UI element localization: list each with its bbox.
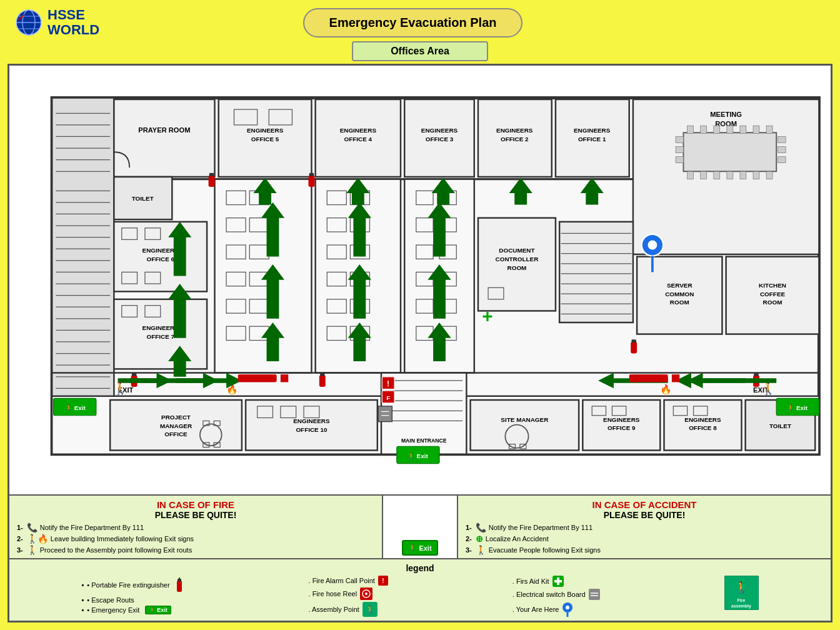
- svg-rect-258: [177, 581, 182, 592]
- svg-text:COFFEE: COFFEE: [760, 291, 786, 298]
- svg-rect-94: [215, 179, 312, 373]
- accident-step-2: 2- ⊕ Localize An Accident: [466, 534, 823, 544]
- svg-rect-270: [554, 580, 562, 582]
- svg-text:SITE MANAGER: SITE MANAGER: [501, 416, 548, 423]
- legend-you-are-here: . Your Are Here: [512, 602, 600, 617]
- svg-text:ENGINEERS: ENGINEERS: [574, 128, 611, 134]
- svg-rect-256: [629, 374, 668, 382]
- legend-escape: • • Escape Routs: [81, 596, 184, 604]
- exit-sign-legend: 🚶 Exit: [145, 606, 171, 614]
- page-container: HSSE WORLD Emergency Evacuation Plan Off…: [0, 0, 840, 630]
- svg-text:MAIN ENTRANCE: MAIN ENTRANCE: [401, 438, 447, 444]
- svg-text:ENGINEERS: ENGINEERS: [684, 416, 721, 423]
- fire-step-3: 3- 🚶 Proceed to the Assembly point follo…: [17, 545, 374, 555]
- svg-rect-169: [246, 400, 378, 451]
- svg-rect-72: [740, 126, 746, 134]
- svg-rect-234: [754, 373, 758, 376]
- fire-alarm-icon: !: [378, 576, 388, 586]
- legend-assembly: . Assembly Point 🚶: [309, 602, 388, 617]
- svg-text:🚶 Exit: 🚶 Exit: [787, 404, 808, 412]
- svg-rect-225: [308, 176, 314, 188]
- svg-text:OFFICE: OFFICE: [164, 431, 188, 438]
- svg-rect-67: [778, 157, 786, 163]
- svg-text:+: +: [482, 306, 492, 326]
- svg-rect-255: [281, 374, 288, 382]
- legend-electrical: . Electrical switch Board: [512, 589, 600, 600]
- svg-text:MEETING: MEETING: [710, 111, 742, 119]
- svg-text:Fire: Fire: [737, 598, 745, 602]
- svg-text:OFFICE 1: OFFICE 1: [578, 136, 606, 142]
- accident-subtitle: PLEASE BE QUITE!: [466, 510, 823, 520]
- svg-text:🚶: 🚶: [365, 604, 376, 615]
- fire-subtitle: PLEASE BE QUITE!: [17, 510, 374, 520]
- fire-step-1: 1- 📞 Notify the Fire Department By 111: [17, 522, 374, 532]
- svg-rect-223: [209, 176, 215, 188]
- svg-rect-232: [320, 373, 324, 376]
- svg-rect-226: [309, 173, 314, 176]
- svg-text:DOCUMENT: DOCUMENT: [499, 248, 534, 254]
- svg-text:MANAGER: MANAGER: [160, 422, 192, 429]
- svg-text:OFFICE 6: OFFICE 6: [146, 256, 174, 262]
- svg-rect-75: [688, 172, 694, 179]
- accident-title: IN CASE Of ACCIDENT: [466, 499, 823, 510]
- floor-plan: PRAYER ROOM TOILET ENGINEERS OFFICE 5 EN…: [9, 66, 831, 494]
- svg-text:ENGINEERS: ENGINEERS: [142, 248, 179, 254]
- exit-icon-2: 🚶🔥: [27, 534, 48, 544]
- accident-step-3: 3- 🚶 Evacuate People following Exit sign…: [466, 545, 823, 555]
- svg-rect-77: [714, 172, 720, 179]
- running-person-icon: 🚶: [408, 544, 417, 552]
- svg-rect-79: [740, 172, 746, 179]
- accident-instructions: IN CASE Of ACCIDENT PLEASE BE QUITE! 1- …: [458, 496, 831, 558]
- assembly-icon-3: 🚶: [27, 545, 38, 555]
- svg-text:ENGINEERS: ENGINEERS: [496, 128, 533, 134]
- assembly-corner-sign: 🚶 Fire assembly: [724, 576, 759, 610]
- legend-first-aid: . Firs Aid Kit: [512, 576, 600, 587]
- svg-text:OFFICE 7: OFFICE 7: [146, 333, 174, 340]
- svg-rect-271: [589, 589, 600, 600]
- fire-step-2: 2- 🚶🔥 Leave building Immediately followi…: [17, 534, 374, 544]
- svg-rect-81: [766, 172, 772, 179]
- svg-rect-78: [727, 172, 733, 179]
- svg-text:OFFICE 8: OFFICE 8: [689, 425, 717, 432]
- fire-title: IN CASE Of FIRE: [17, 499, 374, 510]
- svg-rect-231: [319, 376, 326, 388]
- exit-sign-center: 🚶 Exit: [402, 540, 438, 556]
- legend-emergency-exit: • • Emergency Exit 🚶 Exit: [81, 606, 184, 614]
- svg-rect-259: [178, 579, 181, 581]
- svg-text:OFFICE 9: OFFICE 9: [608, 425, 636, 432]
- svg-point-275: [566, 606, 569, 609]
- svg-text:OFFICE 3: OFFICE 3: [426, 136, 454, 142]
- svg-rect-224: [209, 173, 214, 176]
- svg-text:OFFICE 10: OFFICE 10: [296, 426, 328, 433]
- svg-rect-227: [631, 342, 637, 354]
- svg-text:assembly: assembly: [731, 604, 751, 609]
- svg-text:COMMON: COMMON: [665, 291, 694, 298]
- exit-person-icon: 🚶: [149, 607, 156, 613]
- legend-title: legend: [19, 563, 821, 573]
- svg-rect-239: [378, 406, 392, 422]
- svg-text:TOILET: TOILET: [132, 196, 154, 202]
- svg-text:KITCHEN: KITCHEN: [759, 282, 786, 289]
- svg-rect-66: [778, 147, 786, 153]
- legend-col-right: . Firs Aid Kit . Electrical switch Board: [512, 576, 600, 617]
- logo-text: HSSE WORLD: [48, 8, 99, 38]
- svg-text:CONTROLLER: CONTROLLER: [496, 256, 539, 262]
- svg-text:ENGINEERS: ENGINEERS: [603, 416, 640, 423]
- legend-col-center: . Fire Alarm Call Point ! . Fire hose Re…: [309, 576, 388, 617]
- svg-text:ROOM: ROOM: [670, 299, 689, 306]
- svg-rect-68: [688, 126, 694, 134]
- svg-text:🚶 Exit: 🚶 Exit: [408, 452, 429, 460]
- bottom-section: IN CASE Of FIRE PLEASE BE QUITE! 1- 📞 No…: [9, 494, 831, 621]
- main-card: PRAYER ROOM TOILET ENGINEERS OFFICE 5 EN…: [8, 64, 832, 622]
- fire-hose-icon: [360, 588, 372, 600]
- svg-rect-228: [631, 340, 636, 343]
- svg-text:!: !: [382, 578, 384, 584]
- main-title: Emergency Evacuation Plan: [303, 8, 523, 38]
- floor-plan-svg: PRAYER ROOM TOILET ENGINEERS OFFICE 5 EN…: [9, 66, 831, 494]
- svg-text:ENGINEERS: ENGINEERS: [293, 418, 330, 425]
- svg-text:OFFICE 4: OFFICE 4: [344, 136, 372, 142]
- svg-text:🚶 Exit: 🚶 Exit: [65, 404, 86, 412]
- legend-fire-hose: . Fire hose Reel: [309, 588, 388, 600]
- accident-step-1: 1- 📞 Notify the Fire Department By 111: [466, 522, 823, 532]
- center-exit: 🚶 Exit: [383, 496, 458, 558]
